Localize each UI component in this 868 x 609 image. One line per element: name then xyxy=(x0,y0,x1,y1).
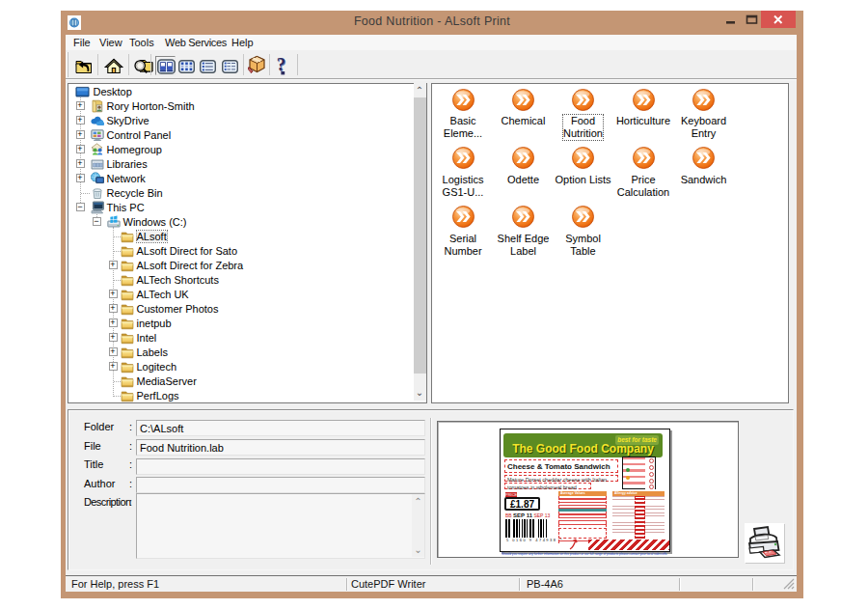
svg-text:?: ? xyxy=(277,56,286,74)
